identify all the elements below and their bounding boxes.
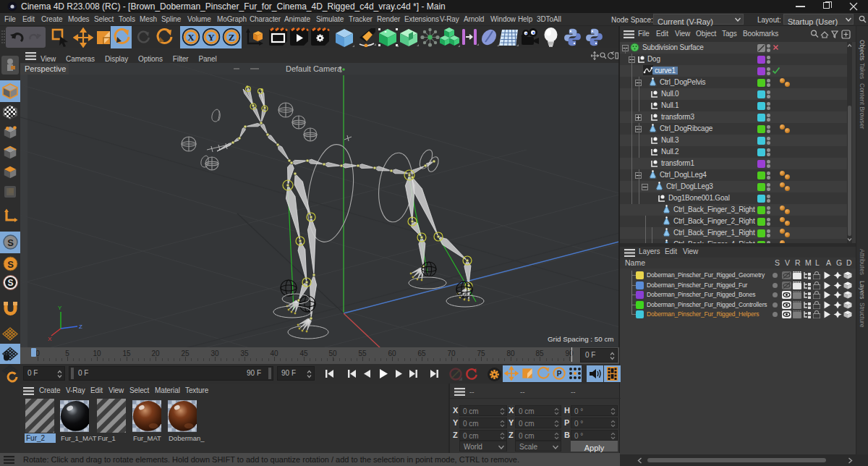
- svg-text:Y: Y: [208, 32, 215, 43]
- svg-text:S: S: [7, 237, 14, 248]
- svg-text:X: X: [187, 32, 195, 43]
- svg-text:Grid Spacing : 50 cm: Grid Spacing : 50 cm: [548, 335, 613, 343]
- svg-text:S: S: [7, 259, 14, 270]
- svg-text:Z: Z: [229, 32, 235, 43]
- svg-text:X: X: [48, 336, 52, 342]
- svg-text:S: S: [7, 278, 13, 288]
- svg-text:Z: Z: [79, 323, 82, 330]
- svg-text:Y: Y: [58, 305, 62, 311]
- svg-text:P: P: [557, 370, 562, 378]
